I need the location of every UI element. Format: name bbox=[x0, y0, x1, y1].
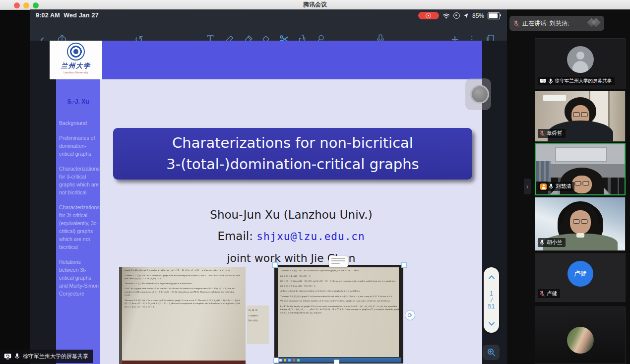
logo-text-en: Lanzhou University bbox=[63, 71, 88, 74]
page-divider: / bbox=[487, 297, 496, 303]
toc-list: BackgroundPreliminaries of domination-cr… bbox=[59, 119, 101, 304]
participant-name: 胡小兰 bbox=[547, 239, 563, 246]
participant-tile-screen-share[interactable]: 徐守军兰州大学的屏幕共享 bbox=[535, 38, 626, 89]
university-logo: 兰州大学 Lanzhou University bbox=[50, 41, 102, 79]
scan-column-fragment: G is 3- connec bicritic bbox=[247, 305, 269, 344]
selection-handle[interactable] bbox=[334, 360, 339, 364]
participant-name: 卢健 bbox=[547, 290, 557, 297]
zoom-in-button[interactable] bbox=[483, 345, 500, 360]
slide-title-line1: Charaterizations for non-bicritical bbox=[172, 132, 413, 154]
selection-handle[interactable] bbox=[401, 262, 407, 268]
scan-paragraph: Lemma 2.1. [7] Let G be a 3-γ-critical g… bbox=[125, 274, 240, 280]
speaking-text: 正在讲话: 刘慧清; bbox=[522, 19, 569, 28]
shared-screen-topbar: 9:02 AM Wed Jan 27 85% ‹ ↺ T bbox=[30, 9, 507, 41]
participant-label: 徐守军兰州大学的屏幕共享 bbox=[538, 77, 615, 85]
share-banner-text: 徐守军兰州大学的屏幕共享 bbox=[23, 353, 88, 360]
scan-paragraph: Let G be a graph with a subset S of vert… bbox=[125, 287, 240, 297]
mic-muted-icon bbox=[540, 291, 545, 297]
slide-title-line2: 3-(total-)domination-critical graphs bbox=[166, 154, 419, 175]
status-icons: 85% bbox=[418, 11, 500, 20]
participant-name: 徐守军兰州大学的屏幕共享 bbox=[555, 78, 612, 84]
wifi-icon bbox=[442, 13, 450, 19]
avatar-placeholder bbox=[567, 46, 594, 73]
meeting-window: 腾讯会议 9:02 AM Wed Jan 27 85% ‹ ↺ T bbox=[0, 0, 630, 364]
participant-tile-video-speaking[interactable]: 刘慧清 bbox=[535, 143, 626, 195]
page-navigator: 1 / 51 bbox=[484, 267, 499, 333]
scan-paragraph: (c) if |S| ≤ 2, then c(G − S) ≤ |S| + 1. bbox=[280, 284, 399, 288]
screen-share-icon bbox=[4, 353, 11, 360]
collapse-panel-button[interactable]: › bbox=[524, 179, 531, 194]
scan-paragraph: Theorem 2.3. [3,8] A graph G is k-factor… bbox=[280, 295, 399, 298]
presenter-badge-icon bbox=[540, 183, 547, 190]
selection-handle[interactable] bbox=[273, 358, 279, 363]
logo-text-cn: 兰州大学 bbox=[61, 61, 91, 70]
mic-icon bbox=[540, 240, 545, 245]
mic-muted-icon bbox=[513, 20, 519, 27]
battery-percent: 85% bbox=[472, 12, 484, 19]
slide-joint-work: joint work with Jie Chen bbox=[100, 252, 482, 264]
scan-paragraph: (a) if |S| ≥ 4, c(G − S) ≤ |S| − 1. bbox=[280, 274, 399, 278]
email-address: shjxu@lzu.edu.cn bbox=[256, 231, 365, 243]
slide-header-band bbox=[102, 41, 482, 79]
toc-item: Characterizations for 3-critical graphs … bbox=[59, 165, 101, 196]
scan-paragraph: graph G with edge set E, a vertex w with… bbox=[125, 269, 240, 272]
window-titlebar: 腾讯会议 bbox=[0, 0, 630, 10]
scan-paragraph: Theorem 2.2. [1] Let G be a connected 3-… bbox=[280, 269, 399, 273]
mic-icon bbox=[549, 183, 554, 189]
screen-mirroring-icon bbox=[453, 12, 460, 19]
toc-item: Characterizations for 3t-critical (equiv… bbox=[59, 203, 101, 251]
page-current: 1 bbox=[488, 291, 495, 297]
scanned-paper-right[interactable]: Theorem 2.2. [1] Let G be a connected 3-… bbox=[274, 265, 403, 364]
watermark-shapes bbox=[588, 19, 599, 26]
location-icon bbox=[463, 13, 469, 18]
avatar-initials: 卢健 bbox=[567, 261, 593, 287]
participant-tile-avatar[interactable] bbox=[535, 306, 626, 364]
scan-paragraph: Theorem 2.1. [7] The diameter of a 3-γ-c… bbox=[125, 282, 240, 286]
window-title: 腾讯会议 bbox=[0, 0, 630, 9]
page-total: 51 bbox=[488, 303, 495, 310]
toc-item: Preliminaries of domination-critical gra… bbox=[59, 134, 101, 158]
mic-muted-icon bbox=[540, 130, 545, 136]
participant-name: 章舜哲 bbox=[547, 130, 563, 137]
toc-author: S.-J. Xu bbox=[56, 98, 100, 105]
participant-label: 胡小兰 bbox=[538, 238, 566, 247]
floating-widget-knob[interactable] bbox=[470, 85, 489, 104]
battery-icon bbox=[488, 12, 500, 19]
university-emblem-icon bbox=[67, 43, 85, 61]
share-source-banner: 徐守军兰州大学的屏幕共享 bbox=[0, 350, 93, 363]
screen-share-icon bbox=[540, 78, 546, 84]
selection-handle[interactable] bbox=[272, 262, 278, 268]
scan-paragraph: Let F1 be the family of graphs G1 of eve… bbox=[280, 305, 399, 315]
participant-name: 刘慧清 bbox=[556, 183, 571, 190]
photo-table-edge bbox=[122, 361, 246, 364]
status-time: 9:02 AM Wed Jan 27 bbox=[36, 12, 99, 19]
email-label: Email: bbox=[217, 230, 256, 243]
slide-title-box: Charaterizations for non-bicritical 3-(t… bbox=[113, 128, 472, 180]
page-up-button[interactable] bbox=[488, 272, 495, 281]
participant-label: 章舜哲 bbox=[538, 129, 566, 138]
participant-tile-video[interactable]: 章舜哲 bbox=[535, 91, 626, 142]
avatar-photo bbox=[567, 327, 594, 354]
participant-tile-avatar[interactable]: 卢健 卢健 bbox=[535, 253, 626, 302]
toc-item: Relations between 3t-critical graphs and… bbox=[59, 258, 101, 298]
mic-icon bbox=[14, 353, 20, 360]
mic-icon bbox=[548, 78, 553, 84]
participant-tile-video[interactable]: 胡小兰 bbox=[535, 197, 626, 251]
toc-item: Background bbox=[59, 119, 101, 127]
speaking-indicator: 正在讲话: 刘慧清; bbox=[509, 16, 604, 31]
scan-paragraph: (b) if |S| = 3, then c(G − S) ≤ |S|, and… bbox=[280, 279, 399, 283]
annotation-note-icon[interactable] bbox=[329, 256, 348, 267]
rotate-handle[interactable]: ⟳ bbox=[405, 310, 415, 320]
participant-label: 卢健 bbox=[538, 289, 560, 298]
recording-indicator-icon bbox=[418, 12, 439, 19]
scan-paragraph: Theorem 2.2. [1] Let G be a connected 3-… bbox=[125, 299, 240, 308]
page-down-button[interactable] bbox=[488, 319, 495, 328]
scanned-paper-left[interactable]: graph G with edge set E, a vertex w with… bbox=[119, 267, 246, 364]
slide-author: Shou-Jun Xu (Lanzhou Univ.) bbox=[100, 208, 482, 221]
slide-email-line: Email: shjxu@lzu.edu.cn bbox=[100, 230, 482, 243]
scan-paragraph: A theory about the characterization of k… bbox=[280, 290, 399, 293]
participant-label: 刘慧清 bbox=[538, 182, 574, 191]
scan-paragraph: We now construct two infinite families o… bbox=[280, 300, 399, 303]
